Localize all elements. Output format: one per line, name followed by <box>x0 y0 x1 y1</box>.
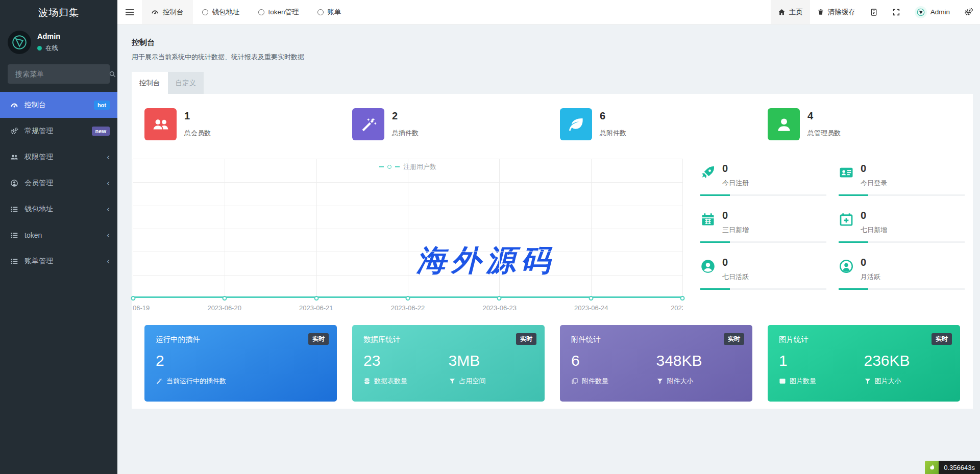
gears-icon <box>964 8 973 16</box>
mini-stat-info: 0今日注册 <box>722 163 749 188</box>
metric-label: 附件大小 <box>656 377 742 386</box>
card-metric: 23数据表数量 <box>363 352 449 386</box>
card-images[interactable]: 图片统计实时1图片数量236KB图片大小 <box>768 325 960 402</box>
topbar-tab-wallet[interactable]: 钱包地址 <box>193 0 249 24</box>
metric-label: 占用空间 <box>449 377 534 386</box>
clear-cache-button[interactable]: 清除缓存 <box>810 0 863 24</box>
chart-gridline <box>133 229 682 229</box>
chart-data-point[interactable] <box>589 296 593 301</box>
dashboard-icon <box>151 8 159 16</box>
mini-stat: 0七日活跃 <box>700 254 826 301</box>
gears-icon <box>9 127 19 135</box>
chart-data-point[interactable] <box>680 296 685 301</box>
list-icon <box>9 231 19 239</box>
image-icon <box>779 378 786 385</box>
page-subtitle: 用于展示当前系统中的统计数据、统计报表及重要实时数据 <box>132 53 973 62</box>
mini-stat-label: 今日登录 <box>861 179 887 188</box>
dashboard-panel: 1总会员数2总插件数6总附件数4总管理员数 注册用户数 海外源码 06-1920… <box>132 94 973 409</box>
mini-stat-value: 0 <box>722 210 749 221</box>
home-icon <box>778 8 786 16</box>
topbar-tab-label: 控制台 <box>163 8 184 17</box>
topbar-tab-console[interactable]: 控制台 <box>142 0 193 24</box>
card-column: 图片统计实时1图片数量236KB图片大小 <box>760 325 968 402</box>
sidebar-item-wallet[interactable]: 钱包地址‹ <box>0 196 117 222</box>
search-input[interactable] <box>14 69 109 79</box>
metric-value: 6 <box>571 352 656 369</box>
user-menu[interactable]: Admin <box>908 0 957 24</box>
metric-label-text: 当前运行中的插件数 <box>166 377 226 386</box>
x-axis-label: 2023-06-23 <box>482 304 517 312</box>
cards-row: 运行中的插件实时2当前运行中的插件数数据库统计实时23数据表数量3MB占用空间附… <box>132 315 973 402</box>
card-title: 图片统计 <box>779 335 949 344</box>
list-icon <box>9 257 19 265</box>
page-tab-console[interactable]: 控制台 <box>132 72 168 94</box>
metric-label: 数据表数量 <box>363 377 449 386</box>
card-column: 附件统计实时6附件数量348KB附件大小 <box>552 325 760 402</box>
metric-label: 图片数量 <box>779 377 864 386</box>
realtime-badge: 实时 <box>932 333 952 345</box>
settings-button[interactable] <box>957 0 980 24</box>
chart-data-point[interactable] <box>223 296 227 301</box>
clear-cache-label: 清除缓存 <box>828 8 855 17</box>
card-attachments[interactable]: 附件统计实时6附件数量348KB附件大小 <box>560 325 752 402</box>
mini-stat-value: 0 <box>861 163 887 174</box>
card-plugins[interactable]: 运行中的插件实时2当前运行中的插件数 <box>144 325 337 402</box>
card-column: 运行中的插件实时2当前运行中的插件数 <box>137 325 345 402</box>
chart-gridline <box>133 252 682 252</box>
sidebar-search[interactable] <box>8 64 110 84</box>
card-title: 附件统计 <box>571 335 741 344</box>
chart-data-point[interactable] <box>497 296 502 301</box>
magic-wand-icon <box>360 116 377 133</box>
fullscreen-button[interactable] <box>885 0 908 24</box>
mini-stat-info: 0月活跃 <box>861 257 880 282</box>
hamburger-icon[interactable] <box>117 0 142 24</box>
docs-button[interactable] <box>863 0 885 24</box>
legend-line <box>379 166 384 167</box>
x-axis-label: 2023-06-20 <box>207 304 241 312</box>
page-tab-custom[interactable]: 自定义 <box>168 72 204 94</box>
chart-data-point[interactable] <box>131 296 136 301</box>
stat-value: 1 <box>184 110 211 122</box>
stat-icon-box <box>144 108 177 140</box>
load-time-badge: 0.356643s <box>939 461 980 474</box>
mini-stat-top: 0七日活跃 <box>700 257 826 282</box>
users-group-icon <box>9 153 19 161</box>
mini-stat-value: 0 <box>722 257 749 268</box>
docs-icon <box>870 8 878 16</box>
metric-value: 1 <box>779 352 864 369</box>
topbar-tab-bill[interactable]: 账单 <box>308 0 351 24</box>
metric-label-text: 数据表数量 <box>374 377 407 386</box>
chart-data-point[interactable] <box>314 296 318 301</box>
chart-gridline <box>133 182 682 183</box>
sidebar-item-auth[interactable]: 权限管理‹ <box>0 144 117 170</box>
sidebar-item-member[interactable]: 会员管理‹ <box>0 170 117 196</box>
chart-data-point[interactable] <box>406 296 410 301</box>
metric-label: 图片大小 <box>864 377 949 386</box>
stat-item: 2总插件数 <box>345 108 552 140</box>
card-database[interactable]: 数据库统计实时23数据表数量3MB占用空间 <box>352 325 545 402</box>
magic-wand-icon <box>156 378 163 385</box>
x-axis-label: 2023-06 <box>671 304 683 312</box>
home-button[interactable]: 主页 <box>771 0 810 24</box>
metric-value: 2 <box>156 352 326 369</box>
metric-label-text: 图片大小 <box>875 377 901 386</box>
mini-stat-underline <box>700 241 826 243</box>
sidebar-item-general[interactable]: 常规管理new <box>0 118 117 144</box>
stat-label: 总会员数 <box>184 129 211 138</box>
sidebar-item-console[interactable]: 控制台hot <box>0 92 117 118</box>
stat-info: 1总会员数 <box>184 109 211 140</box>
fullscreen-icon <box>892 8 900 16</box>
user-circle-filled-icon <box>700 259 716 274</box>
card-metric: 2当前运行中的插件数 <box>156 352 326 386</box>
sidebar-item-bill[interactable]: 账单管理‹ <box>0 248 117 274</box>
sidebar-item-token[interactable]: token‹ <box>0 222 117 248</box>
legend-line <box>395 166 400 167</box>
card-metric: 3MB占用空间 <box>449 352 534 386</box>
topbar-tab-label: token管理 <box>268 8 299 17</box>
mini-stat-value: 0 <box>861 210 887 221</box>
realtime-badge: 实时 <box>516 333 536 345</box>
badge-new: new <box>92 127 110 136</box>
stat-icon-box <box>768 108 800 140</box>
topbar-tab-token[interactable]: token管理 <box>249 0 308 24</box>
metric-label: 附件数量 <box>571 377 656 386</box>
